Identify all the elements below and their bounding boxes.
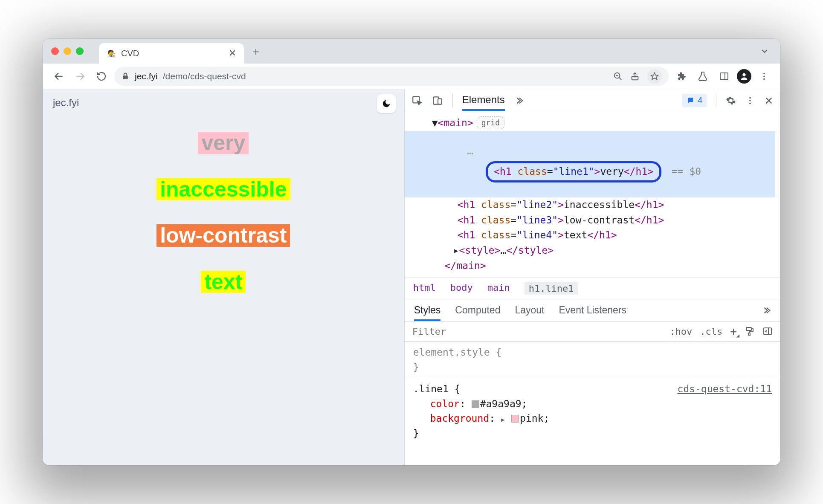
demo-line3: low-contrast	[156, 224, 290, 247]
browser-window: 🧑‍🎨 CVD ✕ ＋ jec.fyi/demo/cds-quest-cvd	[43, 39, 780, 465]
styles-filter-bar: :hov .cls +◢	[405, 322, 780, 342]
url-path: /demo/cds-quest-cvd	[163, 71, 246, 81]
svg-marker-7	[651, 72, 658, 79]
dom-node-h1-line2[interactable]: <h1 class="line2">inaccessible</h1>	[415, 197, 775, 213]
devtools-panel: Elements 4 ▼<main>grid ⋯ <h1 class="line…	[404, 89, 780, 465]
minimize-window-button[interactable]	[64, 47, 71, 55]
device-toggle-icon[interactable]	[432, 95, 443, 106]
demo-content: very inaccessible low-contrast text	[156, 132, 290, 293]
rule-source-link[interactable]: cds-quest-cvd:11	[677, 382, 772, 397]
profile-avatar[interactable]	[737, 69, 751, 84]
paint-icon[interactable]	[745, 326, 755, 336]
decl-bg-prop[interactable]: background	[430, 413, 489, 424]
svg-point-12	[763, 72, 765, 74]
demo-line1: very	[198, 132, 249, 154]
tab-list-chevron-icon[interactable]	[760, 46, 769, 56]
settings-gear-icon[interactable]	[726, 96, 736, 106]
decl-color-prop[interactable]: color	[430, 398, 460, 409]
svg-point-13	[763, 75, 765, 77]
dom-node-h1-line3[interactable]: <h1 class="line3">low-contrast</h1>	[415, 213, 775, 228]
devtools-kebab-icon[interactable]	[745, 96, 755, 105]
reload-button[interactable]	[93, 68, 110, 85]
theme-toggle-button[interactable]	[377, 94, 396, 113]
computed-sidebar-toggle-icon[interactable]	[762, 326, 773, 336]
page-viewport: jec.fyi very inaccessible low-contrast t…	[43, 89, 404, 465]
svg-point-18	[749, 97, 751, 98]
browser-tab[interactable]: 🧑‍🎨 CVD ✕	[99, 43, 244, 64]
new-style-rule-icon[interactable]: +◢	[730, 325, 737, 338]
dom-node-h1-line1[interactable]: ⋯ <h1 class="line1">very</h1> == $0	[405, 131, 775, 198]
devtools-tab-elements[interactable]: Elements	[462, 94, 505, 111]
inspect-icon[interactable]	[412, 95, 423, 106]
lock-icon	[121, 72, 130, 81]
element-style-selector: element.style {	[413, 347, 502, 358]
tab-title: CVD	[121, 49, 223, 58]
rule-selector[interactable]: .line1 {	[413, 383, 461, 394]
devtools-close-icon[interactable]	[764, 96, 774, 105]
color-swatch-icon[interactable]	[472, 400, 479, 408]
decl-color-value[interactable]: #a9a9a9	[480, 398, 522, 409]
decl-bg-value[interactable]: pink	[520, 413, 543, 424]
demo-line2: inaccessible	[156, 178, 290, 201]
kebab-menu-icon[interactable]	[756, 68, 773, 85]
forward-button[interactable]	[72, 68, 89, 85]
pane-tab-event-listeners[interactable]: Event Listeners	[559, 304, 627, 316]
demo-line4: text	[201, 271, 246, 293]
issues-counter[interactable]: 4	[682, 94, 707, 107]
grid-badge[interactable]: grid	[477, 116, 504, 129]
svg-point-20	[749, 102, 751, 104]
issues-count: 4	[698, 96, 702, 105]
dom-breadcrumbs[interactable]: html body main h1.line1	[405, 278, 780, 299]
url-host: jec.fyi	[135, 71, 158, 81]
labs-icon[interactable]	[694, 68, 711, 85]
site-logo-text: jec.fyi	[53, 97, 79, 109]
dom-tree[interactable]: ▼<main>grid ⋯ <h1 class="line1">very</h1…	[405, 112, 780, 278]
svg-point-11	[742, 73, 745, 76]
share-icon[interactable]	[630, 72, 640, 81]
crumb-html[interactable]: html	[413, 282, 436, 295]
styles-filter-input[interactable]	[412, 326, 662, 337]
tab-strip: 🧑‍🎨 CVD ✕ ＋	[43, 39, 780, 64]
dom-row-actions-icon[interactable]: ⋯	[467, 146, 473, 162]
crumb-body[interactable]: body	[450, 282, 473, 295]
bookmark-star-icon[interactable]	[647, 69, 662, 84]
extensions-icon[interactable]	[673, 68, 690, 85]
dom-node-h1-line4[interactable]: <h1 class="line4">text</h1>	[415, 228, 775, 243]
devtools-tabs-overflow-icon[interactable]	[514, 96, 524, 105]
svg-rect-17	[438, 98, 442, 104]
hov-toggle[interactable]: :hov	[669, 326, 692, 337]
styles-rules[interactable]: element.style { } cds-quest-cvd:11 .line…	[405, 342, 780, 465]
new-tab-button[interactable]: ＋	[247, 43, 264, 60]
zoom-icon[interactable]	[613, 72, 623, 81]
svg-point-14	[763, 78, 765, 80]
cls-toggle[interactable]: .cls	[700, 326, 722, 337]
expand-shorthand-icon[interactable]: ▶	[501, 415, 504, 424]
close-window-button[interactable]	[51, 47, 59, 55]
crumb-main[interactable]: main	[487, 282, 510, 295]
side-panel-icon[interactable]	[716, 68, 733, 85]
fullscreen-window-button[interactable]	[76, 47, 84, 55]
svg-rect-24	[748, 333, 750, 335]
tab-favicon: 🧑‍🎨	[107, 49, 116, 58]
svg-line-4	[619, 77, 622, 80]
svg-point-19	[749, 100, 751, 101]
bg-swatch-icon[interactable]	[511, 415, 519, 423]
pane-tab-layout[interactable]: Layout	[515, 304, 544, 316]
devtools-toolbar: Elements 4	[405, 89, 780, 112]
svg-rect-23	[746, 327, 751, 330]
styles-pane-tabs: Styles Computed Layout Event Listeners	[405, 299, 780, 322]
window-controls	[51, 47, 84, 55]
close-tab-icon[interactable]: ✕	[229, 48, 236, 59]
pane-tab-computed[interactable]: Computed	[455, 304, 500, 316]
address-bar[interactable]: jec.fyi/demo/cds-quest-cvd	[114, 67, 669, 86]
back-button[interactable]	[50, 68, 67, 85]
pane-tabs-overflow-icon[interactable]	[762, 306, 771, 315]
browser-toolbar: jec.fyi/demo/cds-quest-cvd	[43, 64, 780, 89]
crumb-h1-line1[interactable]: h1.line1	[525, 282, 578, 295]
dom-node-style[interactable]: ▸<style>…</style>	[415, 243, 775, 258]
svg-rect-9	[720, 73, 728, 80]
svg-rect-2	[123, 75, 128, 79]
pane-tab-styles[interactable]: Styles	[414, 304, 441, 321]
